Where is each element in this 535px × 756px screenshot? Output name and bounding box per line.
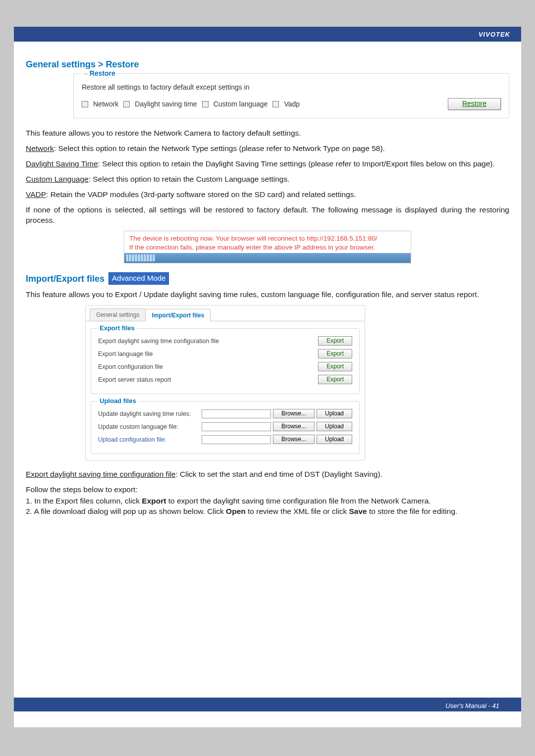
browse-button-config[interactable]: Browse...	[273, 435, 315, 444]
progress-bar	[124, 253, 411, 263]
export-button-dst[interactable]: Export	[318, 336, 352, 346]
label-export-config: Export configuration file	[98, 363, 318, 371]
restore-panel: Restore Restore all settings to factory …	[73, 73, 509, 118]
row-export-status: Export server status report Export	[98, 375, 352, 384]
input-upload-lang[interactable]	[202, 422, 271, 431]
step2-bold2: Save	[349, 507, 367, 515]
label-network: Network	[93, 100, 118, 109]
vadp-body: : Retain the VADP modules (3rd-party sof…	[46, 190, 356, 199]
row-export-lang: Export language file Export	[98, 349, 352, 358]
dst-body: : Select this option to retain the Dayli…	[98, 159, 495, 168]
import-export-panel: General settings Import/Export files Exp…	[85, 305, 365, 460]
reboot-line2: If the connection fails, please manually…	[129, 243, 406, 252]
content: General settings > Restore Restore Resto…	[14, 27, 521, 529]
network-paragraph: Network: Select this option to retain th…	[26, 144, 509, 154]
label-export-dst: Export daylight saving time configuratio…	[98, 337, 318, 346]
brand-text: VIVOTEK	[479, 31, 510, 38]
checkbox-custom-language[interactable]	[202, 101, 209, 107]
export-files-group: Export files Export daylight saving time…	[91, 328, 360, 394]
row-upload-config: Upload configuration file: Browse... Upl…	[98, 435, 352, 444]
input-upload-dst[interactable]	[202, 409, 271, 418]
checkbox-network[interactable]	[82, 101, 88, 107]
ie-desc-paragraph: This feature allows you to Export / Upda…	[26, 290, 509, 300]
step2-mid: to review the XML file or click	[246, 507, 349, 515]
reboot-line1: The device is rebooting now. Your browse…	[129, 234, 406, 243]
steps-intro: Follow the steps below to export:	[26, 485, 509, 495]
row-upload-dst: Update daylight saving time rules: Brows…	[98, 409, 352, 418]
label-upload-config: Upload configuration file:	[98, 436, 202, 444]
step1-b: to export the daylight saving time confi…	[166, 497, 430, 505]
restore-button[interactable]: Restore	[448, 98, 501, 110]
label-custom-language: Custom language	[214, 100, 268, 109]
browse-button-lang[interactable]: Browse...	[273, 422, 315, 431]
reboot-text: The device is rebooting now. Your browse…	[124, 231, 411, 253]
step1-bold: Export	[142, 497, 166, 505]
step2-b: to store the file for editing.	[367, 507, 458, 515]
export-button-config[interactable]: Export	[318, 362, 352, 371]
page: VIVOTEK General settings > Restore Resto…	[14, 27, 521, 727]
network-underline: Network	[26, 144, 54, 152]
upload-button-lang[interactable]: Upload	[317, 422, 352, 431]
export-dst-body: : Click to set the start and end time of…	[175, 470, 382, 478]
row-export-config: Export configuration file Export	[98, 362, 352, 371]
export-dst-underline: Export daylight saving time configuratio…	[26, 470, 175, 478]
page-number: User's Manual - 41	[445, 702, 499, 709]
restore-checkboxes: Network Daylight saving time Custom lang…	[82, 98, 501, 110]
import-export-heading: Import/Export files Advanced Mode	[26, 272, 509, 285]
label-upload-dst: Update daylight saving time rules:	[98, 410, 202, 418]
step-1: 1. In the Export files column, click Exp…	[26, 496, 509, 506]
advanced-mode-badge: Advanced Mode	[108, 272, 169, 285]
vadp-underline: VADP	[26, 190, 46, 199]
label-export-status: Export server status report	[98, 376, 318, 384]
import-export-title: Import/Export files	[26, 273, 105, 285]
label-vadp: Vadp	[284, 100, 300, 109]
intro-paragraph: This feature allows you to restore the N…	[26, 128, 509, 139]
browse-button-dst[interactable]: Browse...	[273, 409, 315, 418]
step2-a: 2. A file download dialog will pop up as…	[26, 507, 226, 515]
upload-button-config[interactable]: Upload	[317, 435, 352, 444]
step-2: 2. A file download dialog will pop up as…	[26, 506, 509, 517]
none-paragraph: If none of the options is selected, all …	[26, 205, 509, 226]
upload-files-legend: Upload files	[97, 397, 139, 405]
checkbox-dst[interactable]	[123, 101, 130, 107]
label-dst: Daylight saving time	[135, 100, 197, 109]
label-upload-lang: Update custom language file:	[98, 423, 202, 431]
checkbox-vadp[interactable]	[272, 101, 279, 107]
tab-row: General settings Import/Export files	[86, 305, 365, 321]
export-button-lang[interactable]: Export	[318, 349, 352, 358]
lang-paragraph: Custom Language: Select this option to r…	[26, 174, 509, 185]
input-upload-config[interactable]	[202, 435, 271, 444]
label-export-lang: Export language file	[98, 350, 318, 358]
export-files-legend: Export files	[97, 324, 137, 333]
step2-bold1: Open	[226, 507, 246, 515]
restore-desc: Restore all settings to factory default …	[82, 83, 501, 92]
tab-import-export[interactable]: Import/Export files	[145, 309, 211, 321]
lang-underline: Custom Language	[26, 175, 89, 183]
export-button-status[interactable]: Export	[318, 375, 352, 384]
upload-files-group: Upload files Update daylight saving time…	[91, 401, 360, 454]
reboot-message: The device is rebooting now. Your browse…	[124, 231, 411, 263]
row-export-dst: Export daylight saving time configuratio…	[98, 336, 352, 346]
tab-general-settings[interactable]: General settings	[90, 308, 146, 321]
upload-button-dst[interactable]: Upload	[317, 409, 352, 418]
row-upload-lang: Update custom language file: Browse... U…	[98, 422, 352, 431]
lang-body: : Select this option to retain the Custo…	[89, 175, 290, 183]
dst-underline: Daylight Saving Time	[26, 159, 98, 168]
step1-a: 1. In the Export files column, click	[26, 497, 142, 505]
vadp-paragraph: VADP: Retain the VADP modules (3rd-party…	[26, 190, 509, 200]
brand-strip: VIVOTEK	[14, 27, 521, 42]
restore-legend: Restore	[81, 69, 118, 78]
dst-paragraph: Daylight Saving Time: Select this option…	[26, 159, 509, 169]
network-body: : Select this option to retain the Netwo…	[54, 144, 385, 152]
export-dst-paragraph: Export daylight saving time configuratio…	[26, 469, 509, 480]
